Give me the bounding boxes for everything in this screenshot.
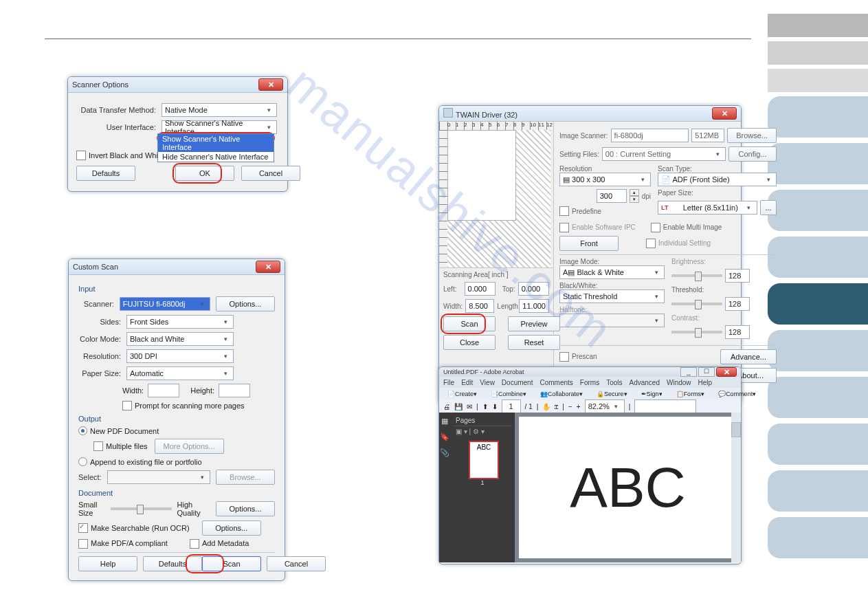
menu-help[interactable]: Help — [698, 379, 713, 386]
cancel-button[interactable]: Cancel — [267, 556, 326, 571]
collaborate-button[interactable]: 👥 Collaborate ▾ — [536, 389, 587, 399]
width-input[interactable]: 8.500 — [465, 299, 494, 313]
menu-forms[interactable]: Forms — [580, 379, 599, 386]
scan-button[interactable]: Scan — [443, 316, 496, 331]
scantype-combo[interactable]: 📄 ADF (Front Side)▾ — [658, 173, 777, 186]
quality-slider[interactable] — [111, 507, 172, 510]
advance-button[interactable]: Advance... — [720, 349, 777, 364]
close-icon[interactable]: ✕ — [258, 78, 283, 91]
mail-icon[interactable]: ✉ — [467, 403, 472, 410]
tab-stub[interactable] — [768, 237, 868, 278]
spin-up[interactable]: ▴ — [630, 189, 639, 196]
create-button[interactable]: 📄 Create ▾ — [443, 389, 481, 399]
invert-checkbox[interactable] — [76, 151, 86, 160]
prompt-checkbox[interactable] — [122, 401, 132, 410]
comment-button[interactable]: 💬 Comment ▾ — [714, 389, 760, 399]
tab-stub[interactable] — [768, 377, 868, 418]
scan-button[interactable]: Scan — [202, 556, 261, 571]
dropdown-option[interactable]: Hide Scanner's Native Interface — [158, 152, 274, 162]
height-input[interactable] — [219, 384, 250, 397]
tab-stub[interactable] — [768, 69, 868, 92]
dropdown-option-selected[interactable]: Show Scanner's Native Interface — [158, 134, 274, 152]
ok-button[interactable]: OK — [175, 166, 234, 181]
left-input[interactable]: 0.000 — [465, 282, 496, 296]
options-button[interactable]: Options... — [216, 501, 275, 516]
bookmarks-tab-icon[interactable]: 🔖 — [440, 432, 449, 441]
bw-combo[interactable]: Static Threshold▾ — [559, 289, 665, 303]
newpdf-radio[interactable] — [78, 426, 87, 435]
menu-advanced[interactable]: Advanced — [630, 379, 660, 386]
cancel-button[interactable]: Cancel — [241, 166, 300, 181]
combine-button[interactable]: 📑 Combine ▾ — [487, 389, 531, 399]
save-icon[interactable]: 💾 — [454, 403, 463, 410]
predefine-check[interactable] — [559, 206, 569, 216]
hand-icon[interactable]: ✋ — [542, 403, 550, 410]
threshold-slider[interactable] — [671, 303, 722, 305]
prev-page-icon[interactable]: ⬆ — [482, 403, 488, 410]
browse-button[interactable]: Browse... — [727, 128, 777, 143]
resolution-combo[interactable]: 300 DPI▾ — [126, 349, 234, 363]
color-combo[interactable]: Black and White▾ — [126, 332, 234, 346]
menu-view[interactable]: View — [480, 379, 495, 386]
tab-stub[interactable] — [768, 96, 868, 138]
tab-stub[interactable] — [768, 517, 868, 558]
menu-edit[interactable]: Edit — [461, 379, 473, 386]
menu-comments[interactable]: Comments — [539, 379, 572, 386]
close-icon[interactable]: ✕ — [256, 261, 280, 273]
print-icon[interactable]: 🖨 — [443, 403, 450, 410]
tab-stub[interactable] — [768, 143, 868, 184]
width-input[interactable] — [148, 384, 179, 397]
length-input[interactable]: 11.000 — [519, 299, 549, 313]
defaults-button[interactable]: Defaults — [76, 166, 135, 181]
transfer-combo[interactable]: Native Mode▾ — [162, 103, 277, 117]
append-radio[interactable] — [78, 457, 87, 466]
options-button[interactable]: Options... — [202, 520, 261, 536]
tab-stub[interactable] — [768, 190, 868, 231]
ui-combo[interactable]: Show Scanner's Native Interface▾ — [162, 120, 277, 134]
sign-button[interactable]: ✒ Sign ▾ — [637, 389, 667, 399]
zoom-combo[interactable]: 82.2%▾ — [585, 399, 625, 413]
close-icon[interactable]: ✕ — [716, 367, 737, 377]
config-button[interactable]: Config... — [728, 146, 777, 162]
help-button[interactable]: Help — [78, 556, 137, 571]
attachments-tab-icon[interactable]: 📎 — [440, 448, 449, 457]
maximize-icon[interactable]: ☐ — [698, 367, 715, 377]
close-button[interactable]: Close — [443, 335, 496, 350]
spin-down[interactable]: ▾ — [630, 196, 639, 203]
reset-button[interactable]: Reset — [508, 335, 560, 350]
imagemode-combo[interactable]: A▤ Black & White▾ — [559, 265, 665, 279]
preview-button[interactable]: Preview — [508, 316, 560, 331]
setting-files-combo[interactable]: 00 : Current Setting▾ — [602, 147, 726, 161]
zoom-in-icon[interactable]: + — [577, 403, 581, 410]
multiple-checkbox[interactable] — [93, 441, 103, 451]
menu-tools[interactable]: Tools — [606, 379, 622, 386]
paper-more-button[interactable]: ... — [760, 200, 777, 215]
menu-window[interactable]: Window — [667, 379, 691, 386]
tab-stub[interactable] — [768, 330, 868, 371]
defaults-button[interactable]: Defaults — [143, 556, 202, 571]
tab-stub[interactable] — [768, 41, 868, 65]
prescan-check[interactable] — [559, 352, 569, 362]
page-input[interactable]: 1 — [502, 399, 521, 413]
top-input[interactable]: 0.000 — [518, 282, 549, 296]
find-input[interactable] — [634, 399, 696, 413]
tab-stub[interactable] — [768, 14, 868, 37]
tab-stub[interactable] — [768, 470, 868, 512]
vertical-scrollbar[interactable] — [731, 413, 741, 562]
paper-combo[interactable]: Automatic▾ — [126, 366, 234, 380]
menu-document[interactable]: Document — [502, 379, 533, 386]
secure-button[interactable]: 🔒 Secure ▾ — [592, 389, 632, 399]
tab-stub[interactable] — [768, 424, 868, 465]
front-tab[interactable]: Front — [559, 236, 619, 251]
forms-button[interactable]: 📋 Forms ▾ — [672, 389, 709, 399]
resolution-combo[interactable]: ▤ 300 x 300▾ — [559, 173, 651, 186]
minimize-icon[interactable]: _ — [680, 367, 697, 377]
sides-combo[interactable]: Front Sides▾ — [126, 315, 234, 329]
pdfa-checkbox[interactable] — [78, 539, 88, 549]
select-icon[interactable]: Ɪ — [555, 403, 558, 410]
tab-active[interactable] — [768, 283, 868, 325]
options-button[interactable]: Options... — [216, 296, 275, 311]
zoom-out-icon[interactable]: − — [568, 403, 572, 410]
multi-check[interactable] — [651, 223, 660, 232]
ocr-checkbox[interactable] — [78, 523, 88, 533]
